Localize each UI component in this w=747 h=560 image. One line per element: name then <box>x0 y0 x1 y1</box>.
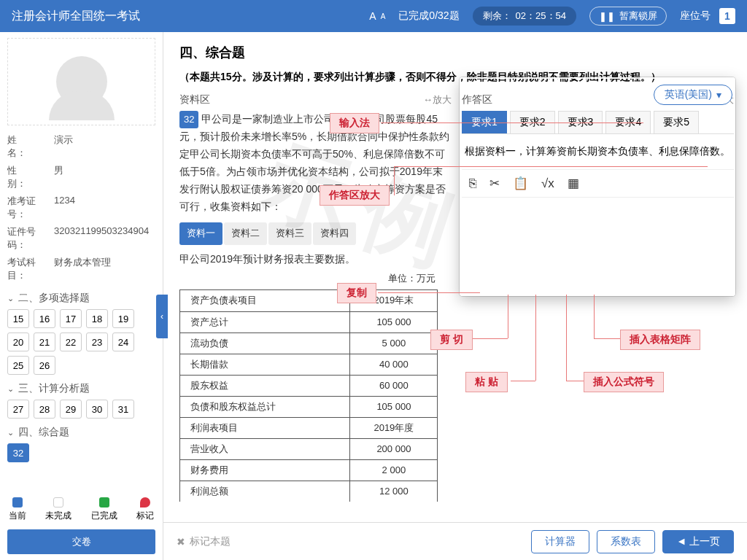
callout-cut: 剪 切 <box>430 330 473 350</box>
requirement-text: 根据资料一，计算筹资前长期资本负债率、利息保障倍数。 <box>462 134 734 169</box>
answer-area-label: 作答区 <box>462 93 492 106</box>
question-nav-27[interactable]: 27 <box>7 400 29 419</box>
question-nav-17[interactable]: 17 <box>60 309 82 328</box>
callout-answer-zoom: 作答区放大 <box>320 185 390 206</box>
callout-paste: 粘 贴 <box>465 372 508 392</box>
profile-row: 姓 名：演示 <box>7 131 155 162</box>
material-tab[interactable]: 资料一 <box>179 222 222 244</box>
table-caption: 甲公司2019年预计财务报表主要数据。 <box>179 251 452 268</box>
question-nav-15[interactable]: 15 <box>7 309 29 328</box>
exam-title: 注册会计师全国统一考试 <box>12 9 140 24</box>
material-tab[interactable]: 资料三 <box>268 222 311 244</box>
material-area-label: 资料区 <box>179 93 210 106</box>
question-nav-18[interactable]: 18 <box>86 309 108 328</box>
material-tab[interactable]: 资料四 <box>313 222 356 244</box>
sidebar-collapse-handle[interactable]: ‹ <box>156 295 168 338</box>
seat-label: 座位号1 <box>680 8 735 24</box>
callout-copy: 复制 <box>337 283 376 303</box>
copy-icon[interactable]: ⎘ <box>469 176 476 191</box>
question-nav-26[interactable]: 26 <box>34 356 55 375</box>
progress-text: 已完成0/32题 <box>398 9 459 23</box>
editor-toolbar: ⎘ ✂ 📋 √x ▦ <box>462 169 734 198</box>
question-nav-32[interactable]: 32 <box>7 443 29 462</box>
table-icon[interactable]: ▦ <box>568 176 579 191</box>
avatar <box>7 38 155 125</box>
seat-number: 1 <box>719 8 735 24</box>
ime-language-selector[interactable]: 英语(美国) ▾ <box>654 85 732 105</box>
question-nav-25[interactable]: 25 <box>7 356 29 375</box>
requirement-tab[interactable]: 要求5 <box>654 111 699 133</box>
formula-icon[interactable]: √x <box>541 176 554 191</box>
lock-screen-button[interactable]: ❚❚ 暂离锁屏 <box>589 7 667 26</box>
chevron-down-icon: ▾ <box>716 89 721 101</box>
submit-button[interactable]: 交卷 <box>7 529 155 554</box>
financial-table: 资产负债表项目2019年末资产总计105 000流动负债5 000长期借款40 … <box>179 289 438 502</box>
callout-insert-formula: 插入公式符号 <box>584 372 664 392</box>
mark-question-button[interactable]: ✖ 标记本题 <box>177 535 231 548</box>
table-unit: 单位：万元 <box>179 271 436 287</box>
coefficient-table-button[interactable]: 系数表 <box>597 530 655 553</box>
callout-insert-table: 插入表格矩阵 <box>620 330 700 350</box>
question-nav-30[interactable]: 30 <box>86 400 108 419</box>
timer: 剩余：02：25：54 <box>473 7 576 26</box>
question-nav-24[interactable]: 24 <box>112 332 134 351</box>
question-nav-22[interactable]: 22 <box>60 332 82 351</box>
section-title: 四、综合题 <box>179 44 734 61</box>
profile-row: 准考证号：1234 <box>7 192 155 223</box>
question-nav-29[interactable]: 29 <box>60 400 82 419</box>
callout-ime: 输入法 <box>330 113 379 133</box>
section-header[interactable]: ⌄四、综合题 <box>7 426 155 439</box>
question-nav-31[interactable]: 31 <box>112 400 134 419</box>
question-nav-16[interactable]: 16 <box>34 309 55 328</box>
question-nav-28[interactable]: 28 <box>34 400 55 419</box>
legend: 当前 未完成 已完成 标记 <box>7 493 155 529</box>
paste-icon[interactable]: 📋 <box>513 176 528 191</box>
font-size-icon[interactable]: AA <box>369 10 385 22</box>
material-tab[interactable]: 资料二 <box>224 222 267 244</box>
prev-page-button[interactable]: ◄ 上一页 <box>662 530 734 553</box>
calculator-button[interactable]: 计算器 <box>531 530 589 553</box>
question-desc: （本题共15分。涉及计算的，要求列出计算步骤，否则不得分，除非题目特别说明不需要… <box>179 69 734 85</box>
question-stem: 甲公司是一家制造业上市公司。目前公司股票每股45元，预计股价未来增长率5%，长期… <box>179 113 449 211</box>
material-expand-button[interactable]: ↔放大 <box>423 93 452 106</box>
section-header[interactable]: ⌄三、计算分析题 <box>7 382 155 395</box>
section-header[interactable]: ⌄二、多项选择题 <box>7 292 155 305</box>
question-nav-21[interactable]: 21 <box>34 332 55 351</box>
question-nav-23[interactable]: 23 <box>86 332 108 351</box>
profile-row: 证件号码：320321199503234904 <box>7 223 155 254</box>
cut-icon[interactable]: ✂ <box>489 176 500 191</box>
profile-row: 性 别：男 <box>7 162 155 192</box>
profile-row: 考试科目：财务成本管理 <box>7 254 155 284</box>
question-nav-20[interactable]: 20 <box>7 332 29 351</box>
question-number: 32 <box>179 111 198 128</box>
question-nav-19[interactable]: 19 <box>112 309 134 328</box>
